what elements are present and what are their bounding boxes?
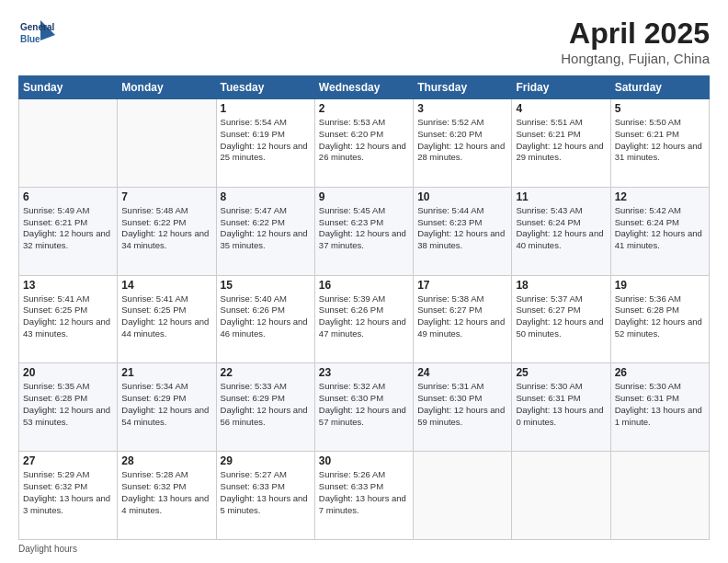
day-info: Sunrise: 5:40 AM Sunset: 6:26 PM Dayligh… <box>221 293 311 340</box>
calendar-cell: 4Sunrise: 5:51 AM Sunset: 6:21 PM Daylig… <box>512 99 610 188</box>
calendar-cell: 27Sunrise: 5:29 AM Sunset: 6:32 PM Dayli… <box>19 452 118 540</box>
page-title: April 2025 <box>561 17 710 51</box>
calendar-week-4: 20Sunrise: 5:35 AM Sunset: 6:28 PM Dayli… <box>19 363 710 452</box>
day-info: Sunrise: 5:45 AM Sunset: 6:23 PM Dayligh… <box>319 205 409 252</box>
calendar-cell: 16Sunrise: 5:39 AM Sunset: 6:26 PM Dayli… <box>314 275 413 363</box>
day-info: Sunrise: 5:54 AM Sunset: 6:19 PM Dayligh… <box>221 117 311 164</box>
calendar-cell: 30Sunrise: 5:26 AM Sunset: 6:33 PM Dayli… <box>314 452 413 540</box>
day-number: 21 <box>121 366 211 379</box>
calendar-cell <box>512 452 610 540</box>
day-info: Sunrise: 5:38 AM Sunset: 6:27 PM Dayligh… <box>417 293 507 340</box>
page: General Blue April 2025 Hongtang, Fujian… <box>0 0 728 563</box>
day-number: 23 <box>319 366 409 379</box>
logo-svg: General Blue <box>18 17 57 55</box>
day-info: Sunrise: 5:32 AM Sunset: 6:30 PM Dayligh… <box>319 381 409 428</box>
day-info: Sunrise: 5:53 AM Sunset: 6:20 PM Dayligh… <box>319 117 409 164</box>
calendar-cell: 23Sunrise: 5:32 AM Sunset: 6:30 PM Dayli… <box>314 363 413 452</box>
calendar-header-row: Sunday Monday Tuesday Wednesday Thursday… <box>19 76 710 99</box>
calendar-cell <box>19 99 118 188</box>
col-saturday: Saturday <box>610 76 709 99</box>
day-number: 24 <box>417 366 507 379</box>
page-subtitle: Hongtang, Fujian, China <box>561 51 710 66</box>
calendar-cell: 28Sunrise: 5:28 AM Sunset: 6:32 PM Dayli… <box>118 452 216 540</box>
footer-note: Daylight hours <box>18 544 710 554</box>
day-number: 9 <box>319 190 409 203</box>
calendar-cell: 25Sunrise: 5:30 AM Sunset: 6:31 PM Dayli… <box>512 363 610 452</box>
day-number: 15 <box>221 279 311 292</box>
day-info: Sunrise: 5:44 AM Sunset: 6:23 PM Dayligh… <box>417 205 507 252</box>
calendar-table: Sunday Monday Tuesday Wednesday Thursday… <box>18 75 710 540</box>
day-info: Sunrise: 5:26 AM Sunset: 6:33 PM Dayligh… <box>319 469 409 516</box>
header: General Blue April 2025 Hongtang, Fujian… <box>18 17 710 66</box>
col-sunday: Sunday <box>19 76 118 99</box>
day-number: 16 <box>319 279 409 292</box>
day-number: 1 <box>221 102 311 115</box>
day-number: 29 <box>221 454 311 467</box>
calendar-cell: 2Sunrise: 5:53 AM Sunset: 6:20 PM Daylig… <box>314 99 413 188</box>
svg-text:General: General <box>20 22 54 32</box>
calendar-cell: 5Sunrise: 5:50 AM Sunset: 6:21 PM Daylig… <box>610 99 709 188</box>
title-block: April 2025 Hongtang, Fujian, China <box>561 17 710 66</box>
svg-text:Blue: Blue <box>20 34 40 44</box>
day-number: 17 <box>417 279 507 292</box>
calendar-week-1: 1Sunrise: 5:54 AM Sunset: 6:19 PM Daylig… <box>19 99 710 188</box>
day-number: 28 <box>121 454 211 467</box>
calendar-cell: 19Sunrise: 5:36 AM Sunset: 6:28 PM Dayli… <box>610 275 709 363</box>
calendar-cell: 24Sunrise: 5:31 AM Sunset: 6:30 PM Dayli… <box>414 363 512 452</box>
calendar-cell: 9Sunrise: 5:45 AM Sunset: 6:23 PM Daylig… <box>314 187 413 275</box>
calendar-cell: 29Sunrise: 5:27 AM Sunset: 6:33 PM Dayli… <box>216 452 314 540</box>
calendar-cell: 11Sunrise: 5:43 AM Sunset: 6:24 PM Dayli… <box>512 187 610 275</box>
day-info: Sunrise: 5:34 AM Sunset: 6:29 PM Dayligh… <box>121 381 211 428</box>
calendar-cell: 13Sunrise: 5:41 AM Sunset: 6:25 PM Dayli… <box>19 275 118 363</box>
day-info: Sunrise: 5:33 AM Sunset: 6:29 PM Dayligh… <box>221 381 311 428</box>
day-number: 7 <box>121 190 211 203</box>
calendar-cell <box>610 452 709 540</box>
day-info: Sunrise: 5:30 AM Sunset: 6:31 PM Dayligh… <box>516 381 606 428</box>
day-number: 5 <box>615 102 705 115</box>
day-info: Sunrise: 5:35 AM Sunset: 6:28 PM Dayligh… <box>23 381 113 428</box>
calendar-cell <box>414 452 512 540</box>
calendar-cell: 22Sunrise: 5:33 AM Sunset: 6:29 PM Dayli… <box>216 363 314 452</box>
col-monday: Monday <box>118 76 216 99</box>
calendar-cell <box>118 99 216 188</box>
day-info: Sunrise: 5:36 AM Sunset: 6:28 PM Dayligh… <box>615 293 705 340</box>
logo: General Blue <box>18 17 57 55</box>
day-number: 12 <box>615 190 705 203</box>
col-tuesday: Tuesday <box>216 76 314 99</box>
day-number: 6 <box>23 190 113 203</box>
day-info: Sunrise: 5:28 AM Sunset: 6:32 PM Dayligh… <box>121 469 211 516</box>
calendar-cell: 21Sunrise: 5:34 AM Sunset: 6:29 PM Dayli… <box>118 363 216 452</box>
day-number: 14 <box>121 279 211 292</box>
calendar-cell: 14Sunrise: 5:41 AM Sunset: 6:25 PM Dayli… <box>118 275 216 363</box>
calendar-week-5: 27Sunrise: 5:29 AM Sunset: 6:32 PM Dayli… <box>19 452 710 540</box>
calendar-cell: 12Sunrise: 5:42 AM Sunset: 6:24 PM Dayli… <box>610 187 709 275</box>
day-info: Sunrise: 5:47 AM Sunset: 6:22 PM Dayligh… <box>221 205 311 252</box>
day-number: 22 <box>221 366 311 379</box>
col-thursday: Thursday <box>414 76 512 99</box>
calendar-cell: 17Sunrise: 5:38 AM Sunset: 6:27 PM Dayli… <box>414 275 512 363</box>
calendar-cell: 15Sunrise: 5:40 AM Sunset: 6:26 PM Dayli… <box>216 275 314 363</box>
day-info: Sunrise: 5:42 AM Sunset: 6:24 PM Dayligh… <box>615 205 705 252</box>
day-number: 27 <box>23 454 113 467</box>
calendar-cell: 7Sunrise: 5:48 AM Sunset: 6:22 PM Daylig… <box>118 187 216 275</box>
day-number: 3 <box>417 102 507 115</box>
day-number: 19 <box>615 279 705 292</box>
day-number: 11 <box>516 190 606 203</box>
day-info: Sunrise: 5:41 AM Sunset: 6:25 PM Dayligh… <box>121 293 211 340</box>
col-friday: Friday <box>512 76 610 99</box>
day-info: Sunrise: 5:49 AM Sunset: 6:21 PM Dayligh… <box>23 205 113 252</box>
calendar-cell: 1Sunrise: 5:54 AM Sunset: 6:19 PM Daylig… <box>216 99 314 188</box>
day-info: Sunrise: 5:39 AM Sunset: 6:26 PM Dayligh… <box>319 293 409 340</box>
day-info: Sunrise: 5:27 AM Sunset: 6:33 PM Dayligh… <box>221 469 311 516</box>
day-info: Sunrise: 5:31 AM Sunset: 6:30 PM Dayligh… <box>417 381 507 428</box>
day-info: Sunrise: 5:52 AM Sunset: 6:20 PM Dayligh… <box>417 117 507 164</box>
day-number: 18 <box>516 279 606 292</box>
calendar-cell: 20Sunrise: 5:35 AM Sunset: 6:28 PM Dayli… <box>19 363 118 452</box>
day-number: 25 <box>516 366 606 379</box>
day-number: 30 <box>319 454 409 467</box>
day-info: Sunrise: 5:37 AM Sunset: 6:27 PM Dayligh… <box>516 293 606 340</box>
col-wednesday: Wednesday <box>314 76 413 99</box>
day-number: 10 <box>417 190 507 203</box>
calendar-week-3: 13Sunrise: 5:41 AM Sunset: 6:25 PM Dayli… <box>19 275 710 363</box>
day-number: 4 <box>516 102 606 115</box>
